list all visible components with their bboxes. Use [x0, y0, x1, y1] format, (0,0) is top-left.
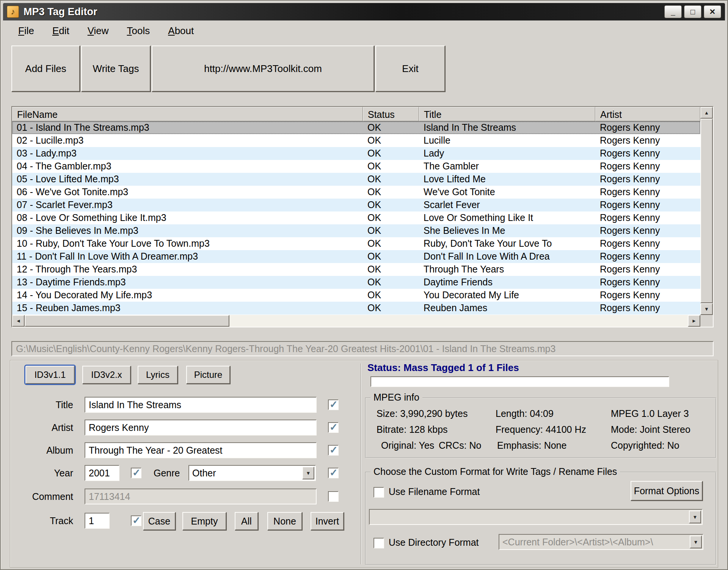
menu-about[interactable]: About [159, 22, 203, 40]
horizontal-scroll-thumb[interactable] [25, 315, 229, 327]
scroll-up-icon: ▲ [704, 110, 709, 116]
table-row[interactable]: 11 - Don't Fall In Love With A Dreamer.m… [12, 250, 700, 263]
table-row[interactable]: 12 - Through The Years.mp3OKThrough The … [12, 263, 700, 276]
title-input[interactable]: Island In The Streams [85, 397, 317, 413]
year-checkbox[interactable]: ✓ [131, 468, 141, 478]
write-tags-button[interactable]: Write Tags [81, 45, 151, 92]
mpeg-info-title: MPEG info [370, 392, 422, 403]
exit-button[interactable]: Exit [375, 45, 445, 92]
title-checkbox[interactable]: ✓ [328, 399, 339, 410]
cell-filename: 05 - Love Lifted Me.mp3 [12, 173, 363, 186]
table-row[interactable]: 01 - Island In The Streams.mp3OKIsland I… [12, 121, 700, 134]
format-options-button[interactable]: Format Options [631, 481, 703, 501]
track-label: Track [18, 513, 73, 529]
scroll-down-icon: ▼ [704, 306, 709, 312]
maximize-button[interactable]: □ [684, 5, 701, 18]
table-row[interactable]: 06 - We've Got Tonite.mp3OKWe've Got Ton… [12, 186, 700, 199]
genre-combo[interactable]: Other ▼ [188, 465, 316, 481]
menu-view[interactable]: View [78, 22, 118, 40]
tab-id3v1-1[interactable]: ID3v1.1 [25, 366, 75, 384]
album-checkbox[interactable]: ✓ [328, 445, 339, 456]
genre-dropdown-arrow-icon[interactable]: ▼ [302, 467, 314, 479]
column-header-artist[interactable]: Artist [595, 107, 700, 121]
cell-status: OK [363, 211, 419, 224]
scroll-down-button[interactable]: ▼ [700, 303, 713, 315]
table-row[interactable]: 08 - Love Or Something Like It.mp3OKLove… [12, 211, 700, 224]
none-button[interactable]: None [267, 512, 302, 530]
directory-format-combo[interactable]: <Current Folder>\<Artist>\<Album>\ ▼ [499, 534, 703, 550]
cell-title: Lady [419, 147, 595, 160]
year-input[interactable]: 2001 [85, 465, 119, 481]
cell-title: Love Or Something Like It [419, 211, 595, 224]
directory-format-dropdown-arrow-icon[interactable]: ▼ [690, 536, 702, 548]
cell-filename: 09 - She Believes In Me.mp3 [12, 224, 363, 237]
cell-artist: Rogers Kenny [595, 147, 700, 160]
minimize-button[interactable]: _ [664, 5, 682, 18]
table-row[interactable]: 02 - Lucille.mp3OKLucilleRogers Kenny [12, 134, 700, 147]
all-button[interactable]: All [235, 512, 258, 530]
cell-title: Lucille [419, 134, 595, 147]
add-files-button[interactable]: Add Files [11, 45, 80, 92]
table-row[interactable]: 13 - Daytime Friends.mp3OKDaytime Friend… [12, 276, 700, 289]
tab-picture[interactable]: Picture [186, 366, 230, 384]
table-row[interactable]: 14 - You Decorated My Life.mp3OKYou Deco… [12, 289, 700, 302]
table-row[interactable]: 04 - The Gambler.mp3OKThe GamblerRogers … [12, 160, 700, 173]
case-button[interactable]: Case [143, 512, 176, 530]
file-path-field[interactable]: G:\Music\English\County-Kenny Rogers\Ken… [11, 341, 714, 356]
column-header-status[interactable]: Status [363, 107, 419, 121]
use-filename-format-checkbox[interactable]: ✓ [373, 487, 384, 498]
album-input[interactable]: Through The Year - 20 Greatest [85, 442, 317, 458]
filename-format-combo[interactable]: ▼ [369, 509, 703, 525]
close-button[interactable]: ✕ [704, 5, 721, 18]
table-row[interactable]: 03 - Lady.mp3OKLadyRogers Kenny [12, 147, 700, 160]
use-directory-format-checkbox[interactable]: ✓ [373, 538, 384, 548]
scroll-left-button[interactable]: ◄ [12, 315, 25, 327]
table-row[interactable]: 09 - She Believes In Me.mp3OKShe Believe… [12, 224, 700, 237]
cell-title: Love Lifted Me [419, 173, 595, 186]
artist-label: Artist [18, 420, 73, 435]
cell-filename: 02 - Lucille.mp3 [12, 134, 363, 147]
cell-artist: Rogers Kenny [595, 250, 700, 263]
table-row[interactable]: 05 - Love Lifted Me.mp3OKLove Lifted MeR… [12, 173, 700, 186]
comment-checkbox[interactable]: ✓ [328, 491, 339, 502]
titlebar[interactable]: ♪ MP3 Tag Editor _ □ ✕ [3, 3, 725, 20]
website-button[interactable]: http://www.MP3Toolkit.com [152, 45, 374, 92]
genre-checkbox[interactable]: ✓ [328, 468, 339, 478]
tab-id3v2-x[interactable]: ID3v2.x [82, 366, 131, 384]
cell-title: She Believes In Me [419, 224, 595, 237]
menu-tools[interactable]: Tools [118, 22, 159, 40]
comment-input[interactable]: 17113414 [85, 489, 317, 504]
column-header-title[interactable]: Title [419, 107, 595, 121]
scroll-right-icon: ► [692, 318, 697, 324]
artist-input[interactable]: Rogers Kenny [85, 420, 317, 435]
table-row[interactable]: 15 - Reuben James.mp3OKReuben JamesRoger… [12, 302, 700, 315]
scroll-right-button[interactable]: ► [688, 315, 700, 327]
column-header-filename[interactable]: FileName [12, 107, 363, 121]
table-row[interactable]: 10 - Ruby, Don't Take Your Love To Town.… [12, 237, 700, 250]
cell-status: OK [363, 199, 419, 211]
tab-lyrics[interactable]: Lyrics [138, 366, 178, 384]
scroll-up-button[interactable]: ▲ [700, 107, 713, 119]
window-title: MP3 Tag Editor [24, 6, 97, 18]
filename-format-value [373, 510, 688, 524]
menu-file[interactable]: File [9, 22, 43, 40]
cell-status: OK [363, 134, 419, 147]
cell-status: OK [363, 186, 419, 199]
vertical-scroll-thumb[interactable] [700, 119, 713, 303]
table-row[interactable]: 07 - Scarlet Fever.mp3OKScarlet FeverRog… [12, 199, 700, 211]
mpeg-frequency: Frequency: 44100 Hz [496, 424, 586, 435]
invert-button[interactable]: Invert [311, 512, 344, 530]
cell-filename: 04 - The Gambler.mp3 [12, 160, 363, 173]
cell-title: The Gambler [419, 160, 595, 173]
artist-checkbox[interactable]: ✓ [328, 422, 339, 433]
track-checkbox[interactable]: ✓ [131, 515, 141, 526]
cell-artist: Rogers Kenny [595, 302, 700, 315]
track-input[interactable]: 1 [85, 513, 110, 529]
empty-button[interactable]: Empty [182, 512, 226, 530]
filename-format-dropdown-arrow-icon[interactable]: ▼ [689, 510, 701, 523]
mpeg-size: Size: 3,990,290 bytes [377, 408, 468, 419]
cell-filename: 03 - Lady.mp3 [12, 147, 363, 160]
menu-edit[interactable]: Edit [43, 22, 78, 40]
cell-filename: 08 - Love Or Something Like It.mp3 [12, 211, 363, 224]
cell-title: Ruby, Don't Take Your Love To [419, 237, 595, 250]
